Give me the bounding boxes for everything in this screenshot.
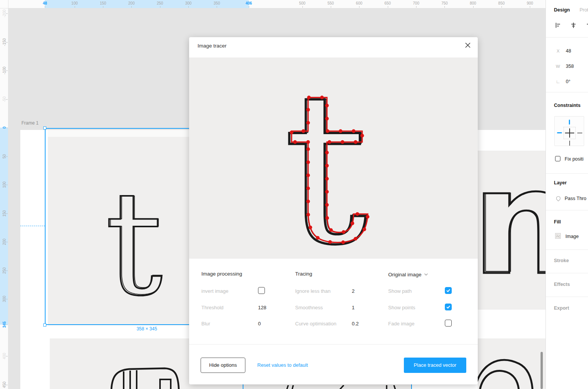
ignore-less-than-value[interactable]: 2 [352,288,354,294]
place-traced-vector-button[interactable]: Place traced vector [404,358,466,373]
option-row: Show points [388,304,476,313]
rotation-value[interactable]: 0° [566,79,570,84]
image-tracer-modal: Image tracer t t t t Image processing [189,37,478,384]
constraint-right[interactable] [577,133,582,133]
ruler-tick [188,6,189,8]
align-horizontal-center-icon[interactable] [570,22,577,28]
ruler-tick [6,325,8,325]
w-label: W [556,64,560,69]
fill-type-value[interactable]: Image [565,234,579,239]
ruler-tick [6,185,8,185]
reset-values-link[interactable]: Reset values to default [257,362,308,368]
ruler-number: 150 [100,1,106,5]
ruler-tick [6,356,8,356]
divider [546,37,588,38]
ruler-number: 250 [2,267,7,274]
original-image-dropdown[interactable]: Original image [388,271,428,277]
export-section[interactable]: Export [554,305,569,311]
divider [546,273,588,273]
ruler-number: 500 [299,1,305,5]
trace-anchor-points: t [286,57,370,259]
ruler-tick [103,6,103,8]
ruler-horizontal[interactable]: 4810015020025030035040650055060065070075… [0,0,546,8]
ruler-tick [6,271,8,271]
ruler-corner [0,0,8,8]
selection-handle-top-left[interactable] [43,126,46,130]
rotation-icon: ∟ [556,79,560,84]
ruler-number: 50 [2,154,7,158]
ruler-vertical[interactable]: -200-150-100-500501001502002503003454004… [0,0,8,389]
options-column-original-image: Original image Show path Show points Fad… [388,271,476,371]
ruler-tick [249,6,249,8]
ruler-tick [416,6,416,8]
options-column-tracing: Tracing Ignore less than 2 Smoothness 1 … [295,271,383,371]
ruler-tick [160,6,160,8]
show-points-checkbox[interactable] [445,304,452,310]
align-right-icon[interactable] [586,22,588,28]
fade-image-checkbox[interactable] [445,320,452,327]
ruler-number: -200 [2,10,7,17]
ruler-tick [6,128,8,128]
divider [546,297,588,297]
frame-label[interactable]: Frame 1 [21,120,39,126]
ruler-tick [6,99,8,100]
ruler-number: 850 [498,1,505,5]
layer-title: Layer [554,180,567,185]
ruler-tick [6,213,8,214]
divider [546,210,588,210]
blend-mode-value[interactable]: Pass Thro [565,196,586,201]
x-label: X [557,49,560,53]
ruler-number: 200 [128,1,135,5]
column-heading: Image processing [201,271,242,277]
x-value[interactable]: 48 [566,48,571,54]
ruler-tick [217,6,217,8]
close-icon[interactable] [464,42,473,50]
ruler-number: -150 [2,38,7,46]
invert-image-checkbox[interactable] [258,287,265,294]
ruler-tick [501,6,502,8]
sketch-letter-fragments [244,385,412,389]
option-row: Threshold 128 [201,304,289,313]
fix-position-checkbox[interactable] [555,156,560,161]
constraint-left-active[interactable] [557,132,562,133]
sketch-curves [478,338,546,389]
smoothness-value[interactable]: 1 [352,305,354,310]
constraints-widget[interactable] [554,116,584,146]
photo-scan-curves[interactable] [478,338,546,389]
photo-scan-strip[interactable] [244,384,412,389]
ruler-number: 600 [356,1,363,5]
footer-divider [189,344,478,345]
fill-title: Fill [554,219,561,225]
divider [546,92,588,92]
blur-value[interactable]: 0 [258,321,261,327]
hide-options-button[interactable]: Hide options [201,358,245,373]
selection-edge-line [411,384,412,389]
effects-section[interactable]: Effects [554,282,570,287]
ruler-tick [331,6,331,8]
blend-mode-icon [555,195,562,202]
column-heading: Tracing [295,271,312,277]
ruler-tick [6,242,8,242]
ruler-tick [131,6,132,8]
ruler-number: 650 [384,1,391,5]
measure-guide-dashed [20,226,45,226]
tab-design[interactable]: Design [554,7,570,13]
fill-image-thumbnail[interactable] [555,233,561,239]
constraint-bottom[interactable] [569,141,570,146]
stroke-section[interactable]: Stroke [554,258,569,263]
align-left-icon[interactable] [555,22,561,28]
w-value[interactable]: 358 [566,64,574,69]
ruler-number: 200 [2,239,7,245]
figma-editor: t t n n Frame 1 35 [0,0,588,389]
constraint-top-active[interactable] [569,120,570,125]
ruler-tick [473,6,474,8]
show-path-checkbox[interactable] [445,287,452,294]
curve-optimisation-value[interactable]: 0.2 [352,321,359,327]
threshold-value[interactable]: 128 [258,305,266,310]
canvas-scrollbar[interactable] [541,352,543,389]
ruler-tick [45,6,45,8]
ruler-number: 300 [185,1,192,5]
tab-prototype[interactable]: Prot [580,7,588,13]
option-label: Threshold [201,305,224,310]
option-row: Curve optimisation 0.2 [295,320,383,329]
